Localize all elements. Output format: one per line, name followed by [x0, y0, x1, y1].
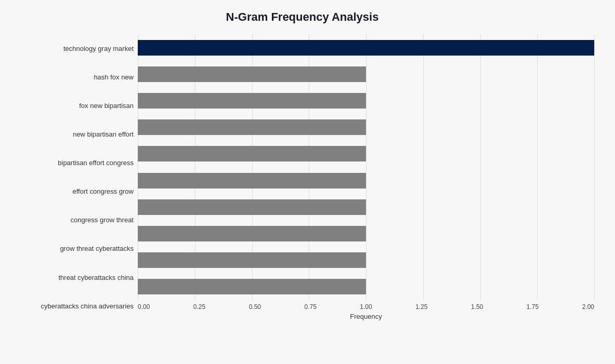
- bars-region: [138, 34, 594, 300]
- x-tick: 1.75: [527, 303, 539, 311]
- x-axis: 0.000.250.500.751.001.251.501.752.00: [138, 303, 594, 311]
- bar-row: [138, 141, 594, 167]
- x-tick: 0.25: [193, 303, 205, 311]
- bar: [138, 66, 366, 82]
- x-tick: 2.00: [582, 303, 594, 311]
- y-label: cyberattacks china adversaries: [10, 302, 134, 311]
- bar: [138, 119, 366, 135]
- plot-region: 0.000.250.500.751.001.251.501.752.00 Fre…: [138, 34, 594, 320]
- bar-row: [138, 247, 594, 274]
- bar: [138, 40, 594, 56]
- bar: [138, 279, 366, 294]
- chart-container: N-Gram Frequency Analysis technology gra…: [0, 0, 615, 364]
- x-axis-label: Frequency: [138, 313, 594, 320]
- bar: [138, 252, 366, 268]
- x-tick: 1.50: [471, 303, 483, 311]
- y-label: grow threat cyberattacks: [10, 245, 134, 253]
- x-tick: 1.00: [360, 303, 372, 311]
- bar-row: [138, 274, 594, 300]
- y-labels: technology gray markethash fox newfox ne…: [10, 34, 138, 320]
- bar: [138, 226, 366, 241]
- bar-row: [138, 61, 594, 87]
- y-label: effort congress grow: [10, 187, 134, 196]
- y-label: technology gray market: [10, 45, 134, 53]
- y-label: fox new bipartisan: [10, 102, 134, 110]
- bar: [138, 199, 366, 215]
- bar-row: [138, 87, 594, 114]
- bar-row: [138, 194, 594, 220]
- x-tick: 0.00: [138, 303, 150, 311]
- y-label: hash fox new: [10, 73, 134, 82]
- y-label: congress grow threat: [10, 216, 134, 224]
- bar: [138, 146, 366, 161]
- bar: [138, 93, 366, 109]
- bar-row: [138, 167, 594, 194]
- y-label: new bipartisan effort: [10, 130, 134, 139]
- chart-title: N-Gram Frequency Analysis: [10, 10, 594, 24]
- y-label: threat cyberattacks china: [10, 274, 134, 282]
- y-label: bipartisan effort congress: [10, 159, 134, 167]
- x-tick: 0.50: [249, 303, 261, 311]
- bar-row: [138, 114, 594, 141]
- bar-row: [138, 34, 594, 61]
- grid-line: [594, 34, 595, 300]
- bar: [138, 173, 366, 188]
- x-tick: 1.25: [415, 303, 427, 311]
- bar-row: [138, 220, 594, 247]
- x-tick: 0.75: [304, 303, 316, 311]
